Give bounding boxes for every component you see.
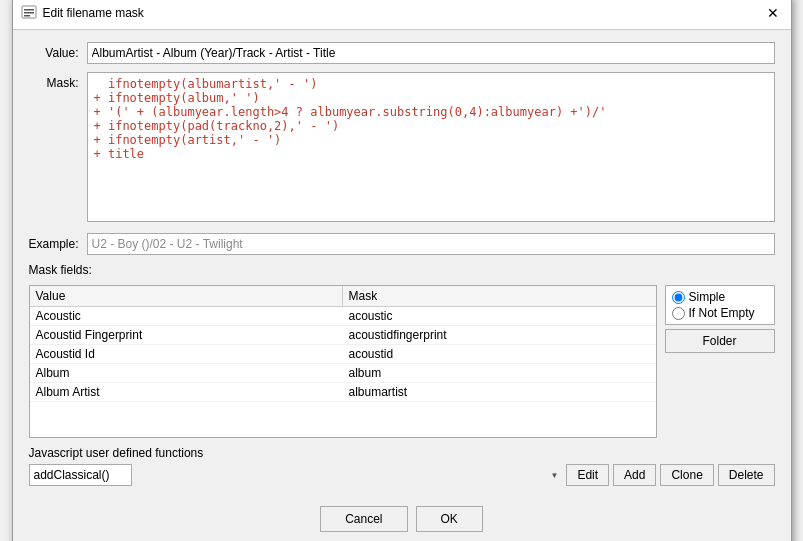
table-cell-mask: acoustid [343, 345, 656, 363]
example-row: Example: [29, 233, 775, 255]
mask-textarea[interactable] [87, 72, 775, 222]
table-cell-value: Album Artist [30, 383, 343, 401]
table-cell-value: Acoustid Id [30, 345, 343, 363]
mask-fields-section: Value Mask AcousticacousticAcoustid Fing… [29, 285, 775, 438]
ok-button[interactable]: OK [416, 506, 483, 532]
folder-button[interactable]: Folder [665, 329, 775, 353]
dialog-body: Value: Mask: Example: Mask fields: Value… [13, 30, 791, 498]
table-cell-value: Acoustid Fingerprint [30, 326, 343, 344]
table-cell-mask: acoustidfingerprint [343, 326, 656, 344]
clone-button[interactable]: Clone [660, 464, 713, 486]
js-functions-row: addClassical() Edit Add Clone Delete [29, 464, 775, 486]
dialog-title: Edit filename mask [43, 6, 144, 20]
if-not-empty-radio-item[interactable]: If Not Empty [672, 306, 768, 320]
edit-filename-mask-dialog: Edit filename mask ✕ Value: Mask: Exampl… [12, 0, 792, 541]
table-row[interactable]: Acoustid Idacoustid [30, 345, 656, 364]
table-row[interactable]: Acoustid Fingerprintacoustidfingerprint [30, 326, 656, 345]
simple-radio-item[interactable]: Simple [672, 290, 768, 304]
table-row[interactable]: Acousticacoustic [30, 307, 656, 326]
edit-button[interactable]: Edit [566, 464, 609, 486]
title-bar-left: Edit filename mask [21, 5, 144, 21]
table-cell-mask: acoustic [343, 307, 656, 325]
table-cell-value: Acoustic [30, 307, 343, 325]
if-not-empty-radio[interactable] [672, 307, 685, 320]
title-bar: Edit filename mask ✕ [13, 0, 791, 30]
add-button[interactable]: Add [613, 464, 656, 486]
mask-row: Mask: [29, 72, 775, 225]
table-header: Value Mask [30, 286, 656, 307]
example-label: Example: [29, 237, 79, 251]
delete-button[interactable]: Delete [718, 464, 775, 486]
mask-fields-label: Mask fields: [29, 263, 775, 277]
mask-fields-table: Value Mask AcousticacousticAcoustid Fing… [29, 285, 657, 438]
table-cell-mask: album [343, 364, 656, 382]
value-label: Value: [29, 46, 79, 60]
svg-rect-3 [24, 15, 30, 17]
js-functions-label: Javascript user defined functions [29, 446, 775, 460]
column-header-mask: Mask [343, 286, 656, 306]
svg-rect-2 [24, 12, 34, 14]
js-select-wrapper: addClassical() [29, 464, 563, 486]
column-header-value: Value [30, 286, 343, 306]
table-row[interactable]: Album Artistalbumartist [30, 383, 656, 402]
dialog-footer: Cancel OK [13, 498, 791, 541]
mask-textarea-container [87, 72, 775, 225]
right-panel: Simple If Not Empty Folder [665, 285, 775, 353]
if-not-empty-radio-label: If Not Empty [689, 306, 755, 320]
example-input [87, 233, 775, 255]
mask-label: Mask: [29, 72, 79, 90]
value-input[interactable] [87, 42, 775, 64]
simple-radio[interactable] [672, 291, 685, 304]
js-functions-select[interactable]: addClassical() [29, 464, 132, 486]
js-functions-section: Javascript user defined functions addCla… [29, 446, 775, 486]
simple-radio-label: Simple [689, 290, 726, 304]
table-cell-value: Album [30, 364, 343, 382]
table-body: AcousticacousticAcoustid Fingerprintacou… [30, 307, 656, 437]
table-row[interactable]: Albumalbum [30, 364, 656, 383]
cancel-button[interactable]: Cancel [320, 506, 407, 532]
close-button[interactable]: ✕ [763, 3, 783, 23]
dialog-icon [21, 5, 37, 21]
svg-rect-1 [24, 9, 34, 11]
value-row: Value: [29, 42, 775, 64]
radio-group: Simple If Not Empty [665, 285, 775, 325]
table-cell-mask: albumartist [343, 383, 656, 401]
